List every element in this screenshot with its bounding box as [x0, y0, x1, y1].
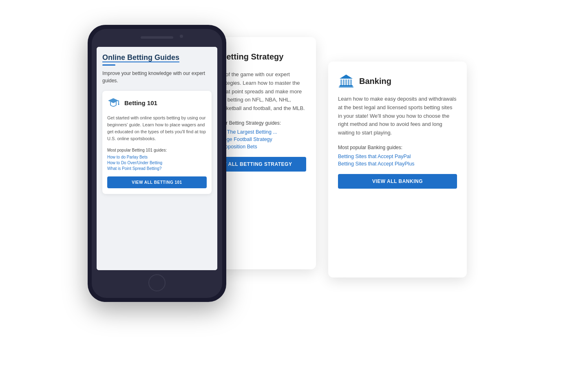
banking-body: Learn how to make easy deposits and with…	[338, 95, 457, 137]
strategy-title: Betting Strategy	[221, 52, 283, 62]
graduation-cap-icon	[107, 97, 119, 109]
screen-content: Online Betting Guides Improve your betti…	[97, 47, 217, 270]
screen-subtitle: Improve your betting knowledge with our …	[102, 70, 212, 84]
phone-screen: Online Betting Guides Improve your betti…	[97, 47, 217, 270]
svg-point-15	[118, 104, 119, 105]
phone-device: Online Betting Guides Improve your betti…	[88, 25, 226, 302]
banking-title: Banking	[359, 77, 391, 86]
betting-101-body: Get started with online sports betting b…	[107, 115, 207, 142]
svg-rect-5	[340, 79, 342, 85]
banking-link-2[interactable]: Betting Sites that Accept PlayPlus	[338, 161, 457, 167]
banking-link-1[interactable]: Betting Sites that Accept PayPal	[338, 154, 457, 159]
title-divider	[102, 64, 115, 66]
banking-cta-button[interactable]: VIEW ALL BANKING	[338, 174, 457, 189]
svg-marker-10	[340, 75, 353, 79]
svg-rect-8	[348, 79, 349, 85]
banking-card: Banking Learn how to make easy deposits …	[328, 62, 467, 277]
svg-rect-12	[339, 86, 353, 88]
betting-101-card: Betting 101 Get started with online spor…	[102, 91, 212, 194]
svg-marker-13	[108, 98, 119, 103]
svg-rect-7	[345, 79, 347, 85]
betting-101-title: Betting 101	[124, 99, 157, 106]
banking-popular-label: Most popular Banking guides:	[338, 145, 457, 150]
svg-rect-9	[350, 79, 352, 85]
bank-icon	[338, 73, 354, 89]
betting-101-link-3[interactable]: What is Point Spread Betting?	[107, 166, 207, 171]
svg-rect-11	[340, 85, 353, 86]
phone-body: Online Betting Guides Improve your betti…	[92, 29, 222, 298]
phone-home-button[interactable]	[148, 274, 166, 291]
banking-header: Banking	[338, 73, 457, 89]
betting-101-popular-label: Most popular Betting 101 guides:	[107, 148, 207, 152]
betting-101-cta-button[interactable]: VIEW ALL BETTING 101	[107, 176, 207, 188]
phone-speaker	[141, 36, 173, 39]
svg-rect-6	[343, 79, 344, 85]
betting-101-header: Betting 101	[107, 97, 207, 109]
betting-101-link-2[interactable]: How to Do Over/Under Betting	[107, 161, 207, 165]
scene: Betting Strategy Get ahead of the game w…	[67, 13, 516, 379]
screen-title: Online Betting Guides	[102, 53, 212, 62]
betting-101-link-1[interactable]: How to do Parlay Bets	[107, 155, 207, 159]
phone-camera	[180, 35, 183, 38]
